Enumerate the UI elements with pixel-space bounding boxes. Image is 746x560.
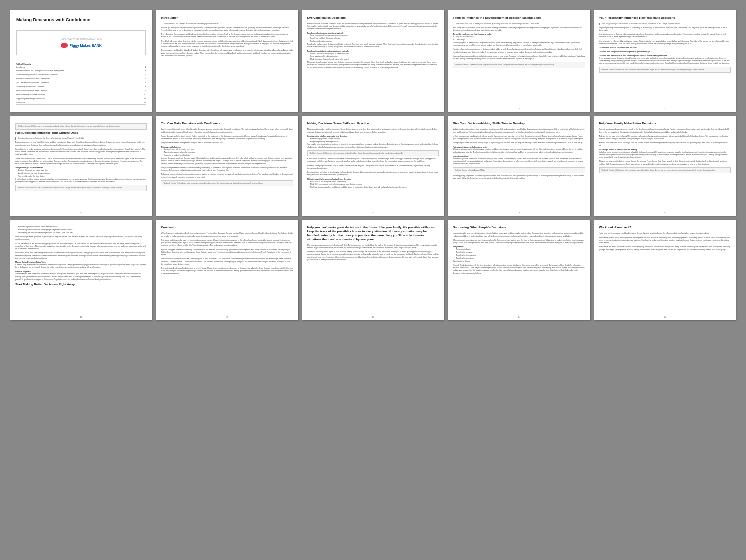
page-number: 15 [664,316,666,319]
personality-feeling: ✓People with a high value for feeling te… [599,51,731,53]
help-family-heading: Help Your Family Make Better Decisions [599,122,731,126]
page-number: 14 [518,316,520,319]
personality-body2: Your temperament is the most inborn desc… [599,33,731,39]
supporting-b2: They lead to a review [453,251,585,254]
cover-page: Making Decisions with Confidence REPLACE… [10,10,152,112]
page13-body1: The more you make decisions, the better … [307,244,439,250]
skills-bullet-2: Respecting the why and implications [307,141,439,143]
personality-body4: If you struggle making decisions, it cou… [599,57,731,65]
past-body4: If you've been avoiding making a decisio… [15,178,147,184]
bullet-1: Have encouraged to make decisions growin… [307,34,439,37]
conclusion-pre-body4: The companion workbook serves as a perso… [161,258,293,266]
page-13: Help you can't make great decisions in t… [302,220,444,320]
logo-box: REPLACE WITH YOUR LOGO HERE Piggy Makes … [16,30,146,55]
toc-num: 11 [140,98,146,100]
toc-num: 4 [140,70,146,72]
past-body3: These decisions influence current ones. … [15,158,147,166]
give-family-body5: Sometimes you risk balance on in the ste… [453,158,585,166]
give-family-heading: Give Your Decision-Making Skills Time to… [453,122,585,126]
skills-body2: You may be experiencing these patterns o… [307,143,439,149]
give-family-page: Give Your Decision-Making Skills Time to… [448,116,590,216]
toc-num: 12 [140,102,146,104]
toc-label: Your Personality Influences How You Make… [16,74,140,76]
page-number: 3 [372,107,373,110]
page-number: 6 [81,211,82,214]
start-b3: Will making the decision make things bet… [15,232,147,234]
supporting-b4: They lead to something [453,257,585,260]
toc-label: Conclusion [16,102,140,104]
page-number: 7 [226,211,227,214]
confidence-body5: Things won't get easier over time. Part … [161,167,293,172]
toc-item: Your Family Makes Better Decisions 8 [16,85,146,89]
past-decisions-heading: Past Decisions Influence Your Current On… [15,131,147,135]
conclusion-pre-body3: If you've struggled with decision making… [161,249,293,257]
everyone-body1: Everyone makes decisions. Everyone. Even… [307,23,439,31]
toc-item: Your Personality Influences How You Make… [16,73,146,77]
confidence-body6: To become more motivated in your decisio… [161,173,293,179]
toc-label: Families Influence the Development of De… [16,70,140,72]
everyone-heading: Everyone Makes Decisions [307,16,439,20]
confidence-body4: Ignoring decisions won't help them go aw… [161,157,293,165]
toc-item: Supporting Other People's Decisions 11 [16,97,146,101]
supporting-heading: Supporting Other People's Decisions [453,226,585,230]
supporting-body3: By doing these things: [453,260,585,263]
toc-label: Supporting Other People's Decisions [16,98,140,100]
piggy-icon [61,43,68,48]
toc-num: 7 [140,82,146,84]
page15-body3: Some more text about decisions and their… [599,246,731,251]
conf-bullet-3: You need to make the right choice [161,154,293,157]
help-family-body1: Correct, as discussed many important fam… [599,128,731,134]
past-quote: "I would rather regret the things I've d… [15,137,147,140]
families-heading: Families Influence the Development of De… [453,16,585,20]
confidence-body3: They may have created more patterns that… [161,142,293,144]
toc-num: 5 [140,74,146,76]
toc-num: 6 [140,78,146,80]
personality-quote: "The only person you are destined to bec… [599,23,731,25]
toc-item: You Can Make Decisions with Confidence 7 [16,81,146,85]
past-worksheet: Workbook Exercise #3: Head over to the c… [15,185,147,191]
skills-worksheet: Workbook Exercise #5: Head over to the c… [307,150,439,156]
supporting-page: Supporting Other People's Decisions Lear… [448,220,590,320]
skills-heading: Making Decisions Takes Skills and Practi… [307,122,439,126]
brand-name: Piggy Makes BANK [70,43,102,48]
skills-lt-2: Think if it's encouraged to develop to d… [307,183,439,186]
brand-bank: BANK [92,44,102,47]
help-family-body3: Another point was what Scout and Logic s… [599,142,731,147]
skills-body5: Communication is the key to winning your… [307,171,439,177]
personality-heading: Your Personality Influences How You Make… [599,16,731,20]
conclusion-pre-body1: We've learned throughout the eBook how e… [161,232,293,238]
give-family-body2: In their programs are less likely to dev… [453,135,585,141]
families-bullet-1: Play this or that? Over! [453,36,585,38]
toc-item: Families Influence the Development of De… [16,69,146,73]
page-number: 4 [519,107,520,110]
conclusion-pre-body5: Thanks to this eBook, your family is goi… [161,267,293,275]
page-number: 5 [664,107,665,110]
toc-item: How Your Family Prepares Decisions 10 [16,93,146,97]
toc-num: 8 [140,86,146,88]
supporting-body4: Second: Think about others. If the other… [453,264,585,275]
toc-label: Introduction [16,66,140,69]
toc-label: Help Your Family Make Better Decisions [16,90,140,92]
start-body2: Many times, there is no clear or objecti… [15,252,147,260]
conclusion-pre-body2: Thank you for letting me be a part of yo… [161,239,293,247]
page-number: 9 [519,211,520,214]
help-family-body4: Including young people that creates and … [599,151,731,159]
conclusion-pre-heading: Conclusion [161,226,293,230]
start-heading-bottom: Start Making Better Decisions Right Away [15,283,147,287]
page13-heading: Help you can't make great decisions in t… [307,226,439,241]
skills-lt-1: Make sure to this everyone who it could … [307,181,439,183]
help-family-worksheet: Workbook Exercise #6: Head over to the c… [599,167,731,173]
give-family-body1: Making good decisions takes time to prac… [453,128,585,134]
families-body4: You may have experienced these skills in… [453,55,585,61]
page-number: 11 [80,316,82,319]
conclusion-pre-page: Conclusion We've learned throughout the … [156,220,298,320]
skills-body4: Similarly, some people don't feel easy t… [307,165,439,170]
page-number: 2 [226,107,227,110]
personality-body3: Your character is influenced by society … [599,40,731,46]
page13-body2: Thank you for letting me be a part of yo… [307,251,439,261]
make-confidence-page: You Can Make Decisions with Confidence E… [156,116,298,216]
past-bullet-3: You need to make the right choice [15,175,147,178]
confidence-worksheet: Workbook Exercise #4: Head over to the c… [161,180,293,186]
supporting-body1: Learning to make your own decisions is o… [453,232,585,238]
page-number: 13 [372,316,374,319]
